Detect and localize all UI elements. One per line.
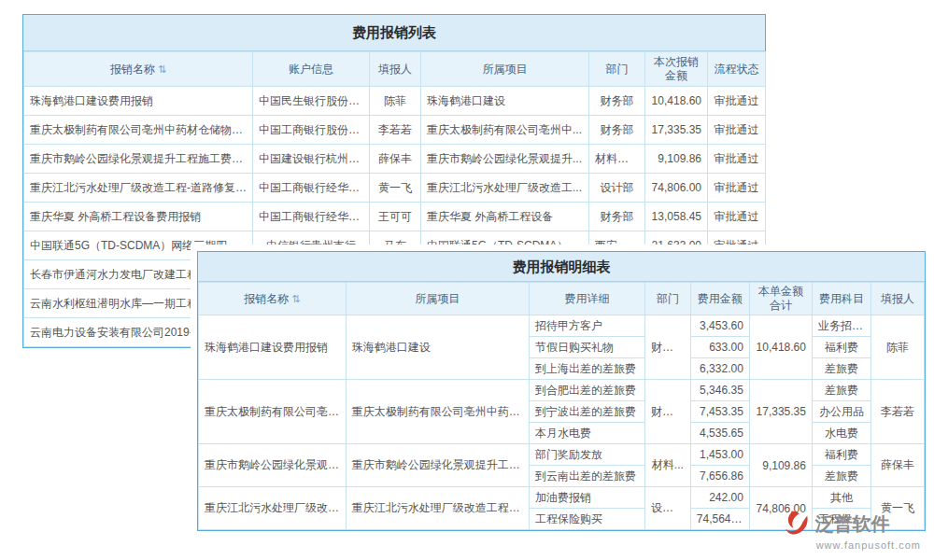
expense-amount-cell: 633.00 xyxy=(690,337,749,358)
expense-subject-cell: 业务招待费 xyxy=(812,315,870,337)
reimbursement-name-link[interactable]: 重庆华夏 外高桥工程设备费用报销 xyxy=(24,203,253,231)
detail-header-3: 部门 xyxy=(644,283,690,315)
filler-link[interactable]: 薛保丰 xyxy=(370,145,421,174)
project-link[interactable]: 重庆市鹅岭公园绿化景观提升... xyxy=(421,145,589,174)
total-amount-cell: 10,418.60 xyxy=(749,315,812,380)
detail-department-cell: 材料... xyxy=(644,444,690,487)
filler-link[interactable]: 王可可 xyxy=(370,203,421,231)
detail-filler-link[interactable]: 李若若 xyxy=(870,380,924,444)
expense-subject-cell: 办公用品 xyxy=(812,401,870,423)
expense-detail-table: 报销名称⇅所属项目费用详细部门费用金额本单金额合计费用科目填报人 珠海鹤港口建设… xyxy=(198,282,925,530)
amount-cell: 13,058.45 xyxy=(645,203,708,231)
sort-icon[interactable]: ⇅ xyxy=(291,293,300,304)
expense-subject-cell: 其他 xyxy=(812,487,870,509)
detail-header-label: 部门 xyxy=(657,292,679,305)
detail-header-5: 本单金额合计 xyxy=(749,283,812,315)
expense-detail-panel: 费用报销明细表 报销名称⇅所属项目费用详细部门费用金额本单金额合计费用科目填报人… xyxy=(191,245,932,538)
detail-row: 重庆江北污水处理厂级改造工程-重庆江北污水处理厂级改造工程-道路修复工加油费报销… xyxy=(199,487,925,509)
detail-header-7: 填报人 xyxy=(870,283,924,315)
list-header-label: 流程状态 xyxy=(715,63,759,76)
expense-amount-cell: 3,453.60 xyxy=(690,315,749,337)
detail-header-label: 费用详细 xyxy=(564,292,609,305)
department-cell: 材料采购 xyxy=(589,145,645,174)
detail-project-link[interactable]: 珠海鹤港口建设 xyxy=(346,315,529,380)
detail-header-4: 费用金额 xyxy=(690,283,749,315)
status-link[interactable]: 审批通过 xyxy=(708,145,766,174)
status-link[interactable]: 审批通过 xyxy=(708,203,766,231)
expense-detail-cell: 本月水电费 xyxy=(529,423,644,444)
filler-link[interactable]: 李若若 xyxy=(370,116,421,145)
department-cell: 设计部 xyxy=(589,174,645,203)
list-row: 重庆太极制药有限公司亳州中药材仓储物流基地项...中国工商银行股份有限李若若重庆… xyxy=(24,116,766,145)
filler-link[interactable]: 黄一飞 xyxy=(370,174,421,203)
reimbursement-name-link[interactable]: 重庆太极制药有限公司亳州中药材仓储物流基地项... xyxy=(24,116,253,145)
list-row: 重庆江北污水处理厂级改造工程-道路修复工程费用...中国工商银行经华路支行黄一飞… xyxy=(24,174,766,203)
amount-cell: 17,335.35 xyxy=(645,116,708,145)
expense-amount-cell: 242.00 xyxy=(690,487,749,509)
project-link[interactable]: 珠海鹤港口建设 xyxy=(421,87,589,116)
detail-header-label: 本单金额合计 xyxy=(758,285,803,312)
amount-cell: 74,806.00 xyxy=(645,174,708,203)
list-header-6: 流程状态 xyxy=(708,52,766,87)
fanpu-logo-icon xyxy=(783,510,811,538)
expense-amount-cell: 5,346.35 xyxy=(690,380,749,401)
reimbursement-name-link[interactable]: 珠海鹤港口建设费用报销 xyxy=(24,87,253,116)
list-header-label: 部门 xyxy=(606,63,629,76)
expense-detail-cell: 加油费报销 xyxy=(529,487,644,509)
expense-subject-cell: 福利费 xyxy=(812,444,870,466)
detail-row: 重庆太极制药有限公司亳州中药材重庆太极制药有限公司亳州中药材仓储物流到合肥出差的… xyxy=(199,380,925,401)
amount-cell: 9,109.86 xyxy=(645,145,708,174)
department-cell: 财务部 xyxy=(589,116,645,145)
expense-amount-cell: 7,656.86 xyxy=(690,466,749,487)
list-header-0[interactable]: 报销名称⇅ xyxy=(24,52,253,87)
detail-header-6: 费用科目 xyxy=(812,283,870,315)
reimbursement-name-link[interactable]: 重庆江北污水处理厂级改造工程-道路修复工程费用... xyxy=(24,174,253,203)
list-header-label: 本次报销金额 xyxy=(654,55,699,82)
detail-project-link[interactable]: 重庆太极制药有限公司亳州中药材仓储物流 xyxy=(346,380,529,444)
expense-detail-cell: 工程保险购买 xyxy=(529,509,644,530)
detail-table-title: 费用报销明细表 xyxy=(198,252,925,282)
department-cell: 财务部 xyxy=(589,87,645,116)
expense-detail-cell: 到宁波出差的差旅费 xyxy=(529,401,644,423)
detail-name-link[interactable]: 重庆太极制药有限公司亳州中药材 xyxy=(199,380,347,444)
list-header-3: 所属项目 xyxy=(421,52,589,87)
status-link[interactable]: 审批通过 xyxy=(708,174,766,203)
detail-name-link[interactable]: 重庆江北污水处理厂级改造工程- xyxy=(199,487,347,530)
status-link[interactable]: 审批通过 xyxy=(708,116,766,145)
list-header-label: 所属项目 xyxy=(483,63,528,76)
reimbursement-name-link[interactable]: 重庆市鹅岭公园绿化景观提升工程施工费用报销 xyxy=(24,145,253,174)
filler-link[interactable]: 陈菲 xyxy=(370,87,421,116)
list-header-1: 账户信息 xyxy=(253,52,370,87)
list-row: 重庆华夏 外高桥工程设备费用报销中国工商银行经华路支行王可可重庆华夏 外高桥工程… xyxy=(24,203,766,231)
expense-subject-cell: 福利费 xyxy=(812,337,870,358)
expense-detail-cell: 到上海出差的差旅费 xyxy=(529,358,644,380)
project-link[interactable]: 重庆华夏 外高桥工程设备 xyxy=(421,203,589,231)
expense-amount-cell: 6,332.00 xyxy=(690,358,749,380)
sort-icon[interactable]: ⇅ xyxy=(158,63,166,75)
list-table-title: 费用报销列表 xyxy=(23,15,765,51)
detail-filler-link[interactable]: 陈菲 xyxy=(870,315,924,380)
expense-detail-cell: 节假日购买礼物 xyxy=(529,337,644,358)
expense-amount-cell: 1,453.00 xyxy=(690,444,749,466)
account-info: 中国建设银行杭州市上... xyxy=(253,145,370,174)
detail-row: 重庆市鹅岭公园绿化景观提升工程重庆市鹅岭公园绿化景观提升工程施工部门奖励发放材料… xyxy=(199,444,925,466)
account-info: 中国工商银行股份有限 xyxy=(253,116,370,145)
fanpu-logo-text: 泛普软件 xyxy=(815,511,890,537)
detail-row: 珠海鹤港口建设费用报销珠海鹤港口建设招待甲方客户财务部3,453.6010,41… xyxy=(199,315,925,337)
status-link[interactable]: 审批通过 xyxy=(708,87,766,116)
project-link[interactable]: 重庆江北污水处理厂级改造工... xyxy=(421,174,589,203)
expense-detail-cell: 招待甲方客户 xyxy=(529,315,644,337)
detail-filler-link[interactable]: 薛保丰 xyxy=(870,444,924,487)
detail-header-label: 所属项目 xyxy=(415,292,460,305)
fanpu-logo: 泛普软件 www.fanpusoft.com xyxy=(783,510,921,551)
list-header-5: 本次报销金额 xyxy=(645,52,708,87)
list-header-row: 报销名称⇅账户信息填报人所属项目部门本次报销金额流程状态 xyxy=(24,52,766,87)
detail-header-0[interactable]: 报销名称⇅ xyxy=(199,283,347,315)
detail-project-link[interactable]: 重庆江北污水处理厂级改造工程-道路修复工 xyxy=(346,487,529,530)
list-row: 重庆市鹅岭公园绿化景观提升工程施工费用报销中国建设银行杭州市上...薛保丰重庆市… xyxy=(24,145,766,174)
project-link[interactable]: 重庆太极制药有限公司亳州中... xyxy=(421,116,589,145)
detail-name-link[interactable]: 珠海鹤港口建设费用报销 xyxy=(199,315,347,380)
detail-project-link[interactable]: 重庆市鹅岭公园绿化景观提升工程施工 xyxy=(346,444,529,487)
detail-name-link[interactable]: 重庆市鹅岭公园绿化景观提升工程 xyxy=(199,444,347,487)
detail-header-label: 费用科目 xyxy=(819,292,864,305)
